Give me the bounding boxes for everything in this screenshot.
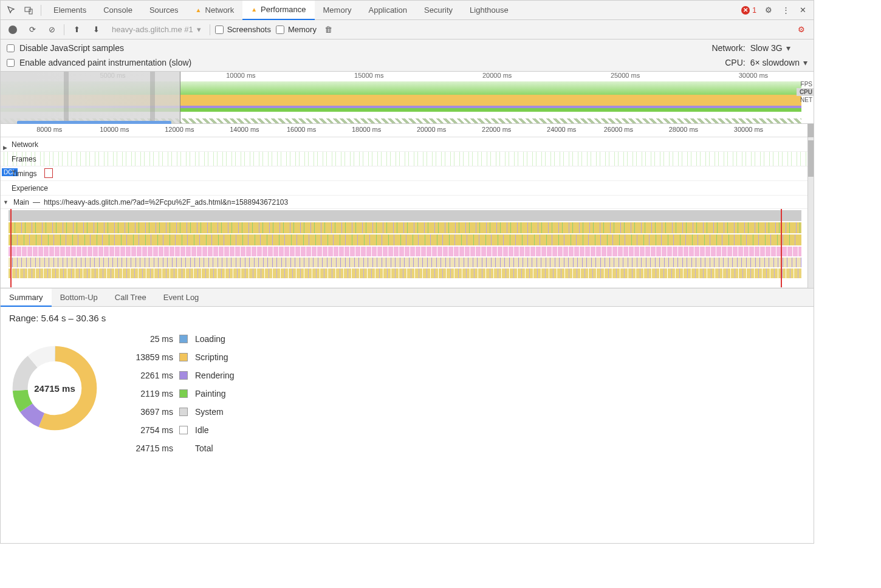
- legend-swatch: [179, 371, 188, 380]
- memory-input[interactable]: [276, 26, 284, 34]
- overview-timeline[interactable]: 5000 ms10000 ms15000 ms20000 ms25000 ms3…: [1, 72, 814, 124]
- legend-label: System: [195, 407, 235, 417]
- warning-icon: [251, 0, 257, 19]
- summary-donut: 24715 ms: [9, 343, 100, 434]
- legend-ms: 2119 ms: [125, 389, 173, 398]
- overview-net-label: NET: [797, 96, 814, 104]
- kebab-icon[interactable]: ⋮: [777, 2, 794, 19]
- separator: [41, 5, 41, 16]
- long-task-marker: [10, 209, 12, 287]
- gear-icon[interactable]: ⚙: [760, 2, 777, 19]
- tab-sources[interactable]: Sources: [141, 1, 187, 20]
- tab-application[interactable]: Application: [360, 1, 416, 20]
- tab-security[interactable]: Security: [416, 1, 461, 20]
- legend-swatch: [179, 389, 188, 398]
- ruler-tick: 30000 ms: [734, 126, 763, 133]
- track-timings[interactable]: Timings DCL: [1, 166, 814, 181]
- track-experience[interactable]: Experience: [1, 181, 814, 196]
- legend-swatch: [179, 335, 188, 343]
- recording-selector[interactable]: heavy-ads.glitch.me #1 ▾: [108, 25, 205, 34]
- flame-row[interactable]: [9, 247, 801, 256]
- flame-row[interactable]: [9, 234, 801, 245]
- legend-ms: 3697 ms: [125, 407, 173, 417]
- legend-ms: 25 ms: [125, 334, 173, 344]
- track-main-header[interactable]: Main — https://heavy-ads.glitch.me/?ad=%…: [1, 196, 814, 209]
- details-tab-event-log[interactable]: Event Log: [155, 289, 208, 307]
- ruler-tick: 16000 ms: [287, 126, 316, 133]
- ruler-tick: 14000 ms: [230, 126, 259, 133]
- legend-label: Loading: [195, 334, 235, 344]
- overview-tick: 30000 ms: [739, 72, 768, 79]
- details-tab-bottom-up[interactable]: Bottom-Up: [52, 289, 106, 307]
- legend-label: Rendering: [195, 371, 235, 380]
- legend-swatch: [179, 353, 188, 361]
- details-tab-summary[interactable]: Summary: [1, 289, 52, 307]
- ruler-tick: 12000 ms: [165, 126, 194, 133]
- overview-cpu-label: CPU: [797, 88, 814, 96]
- device-toggle-icon[interactable]: [20, 2, 37, 19]
- summary-legend: 25 msLoading13859 msScripting2261 msRend…: [125, 334, 235, 453]
- reload-icon[interactable]: ⟳: [25, 22, 39, 37]
- details-tab-call-tree[interactable]: Call Tree: [106, 289, 155, 307]
- summary-panel: 24715 ms 25 msLoading13859 msScripting22…: [1, 323, 814, 460]
- ruler-tick: 24000 ms: [547, 126, 576, 133]
- tab-lighthouse[interactable]: Lighthouse: [461, 1, 517, 20]
- ruler-tick: 10000 ms: [100, 126, 129, 133]
- capture-settings: Disable JavaScript samples Network: Slow…: [1, 39, 814, 72]
- ruler-tick: 20000 ms: [417, 126, 446, 133]
- error-count: 1: [752, 6, 756, 15]
- error-icon: ✕: [741, 6, 750, 15]
- frames-strip: [4, 152, 807, 166]
- track-frames[interactable]: Frames: [1, 152, 814, 166]
- tab-console[interactable]: Console: [95, 1, 141, 20]
- overview-tick: 15000 ms: [354, 72, 383, 79]
- ruler-tick: 28000 ms: [669, 126, 698, 133]
- ruler-tick: 8000 ms: [36, 126, 62, 133]
- settings-gear-icon[interactable]: ⚙: [794, 22, 809, 37]
- overview-tick: 20000 ms: [482, 72, 512, 79]
- record-button[interactable]: [5, 22, 20, 37]
- upload-icon[interactable]: ⬆: [69, 22, 84, 37]
- trash-icon[interactable]: 🗑: [321, 22, 336, 37]
- tab-performance[interactable]: Performance: [242, 1, 314, 20]
- flame-row[interactable]: [9, 222, 801, 233]
- long-task-marker: [781, 209, 782, 287]
- donut-center-total: 24715 ms: [9, 343, 100, 434]
- paint-instrumentation-checkbox[interactable]: Enable advanced paint instrumentation (s…: [7, 58, 685, 67]
- flame-row[interactable]: [9, 210, 801, 221]
- inspect-icon[interactable]: [3, 2, 20, 19]
- flame-row[interactable]: [9, 268, 801, 278]
- screenshots-checkbox[interactable]: Screenshots: [215, 25, 271, 34]
- close-icon[interactable]: ✕: [794, 2, 811, 19]
- clear-icon[interactable]: ⊘: [44, 22, 59, 37]
- legend-ms: 13859 ms: [125, 352, 173, 362]
- tracks-panel: Network Frames Timings DCL Experience Ma…: [1, 137, 814, 289]
- memory-checkbox[interactable]: Memory: [276, 25, 317, 34]
- overview-handle-left[interactable]: [64, 72, 69, 123]
- tab-network[interactable]: Network: [187, 1, 243, 20]
- paint-input[interactable]: [7, 59, 15, 67]
- flame-row[interactable]: [9, 258, 801, 267]
- overview-handle-inner[interactable]: [150, 72, 155, 123]
- cpu-throttle-select[interactable]: CPU: 6× slowdown: [703, 58, 807, 67]
- flame-ruler[interactable]: 8000 ms10000 ms12000 ms14000 ms16000 ms1…: [1, 124, 814, 137]
- network-throttle-select[interactable]: Network: Slow 3G: [703, 43, 807, 53]
- disable-js-checkbox[interactable]: Disable JavaScript samples: [7, 43, 685, 53]
- tracks-vscroll[interactable]: [807, 137, 814, 288]
- tab-elements[interactable]: Elements: [45, 1, 95, 20]
- ruler-tick: 18000 ms: [352, 126, 381, 133]
- legend-ms: 2261 ms: [125, 371, 173, 380]
- overview-tick: 10000 ms: [226, 72, 255, 79]
- legend-label: Scripting: [195, 352, 235, 362]
- overview-tick: 25000 ms: [611, 72, 640, 79]
- tab-memory[interactable]: Memory: [315, 1, 360, 20]
- range-header: Range: 5.64 s – 30.36 s: [1, 307, 814, 323]
- track-network[interactable]: Network: [1, 137, 814, 152]
- disable-js-input[interactable]: [7, 44, 15, 52]
- screenshots-input[interactable]: [215, 26, 224, 34]
- error-badge[interactable]: ✕ 1: [741, 6, 756, 15]
- legend-total-label: Total: [195, 443, 235, 453]
- legend-label: Painting: [195, 389, 235, 398]
- flame-chart[interactable]: [1, 209, 814, 288]
- download-icon[interactable]: ⬇: [89, 22, 103, 37]
